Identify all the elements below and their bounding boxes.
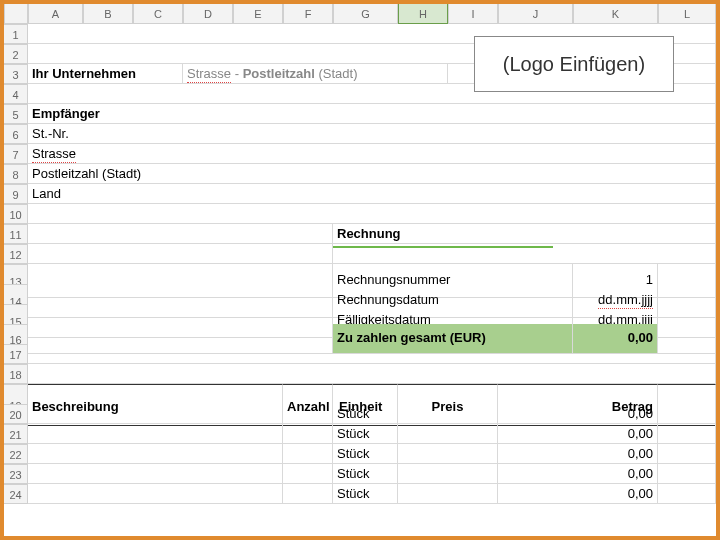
company-name[interactable]: Ihr Unternehmen [28, 64, 183, 84]
row-header-6[interactable]: 6 [4, 124, 28, 144]
postal-text: Postleitzahl [243, 66, 315, 81]
row-header-4[interactable]: 4 [4, 84, 28, 104]
cell[interactable] [333, 244, 716, 264]
row-header-9[interactable]: 9 [4, 184, 28, 204]
cell[interactable] [28, 344, 716, 364]
row-header-1[interactable]: 1 [4, 24, 28, 44]
table-row[interactable]: Stück [333, 484, 398, 504]
table-row[interactable]: Stück [333, 464, 398, 484]
table-row[interactable] [398, 464, 498, 484]
cell[interactable] [28, 224, 333, 244]
row-header-22[interactable]: 22 [4, 444, 28, 464]
recipient-country[interactable]: Land [28, 184, 716, 204]
cell[interactable] [658, 484, 716, 504]
row-header-23[interactable]: 23 [4, 464, 28, 484]
col-header-E[interactable]: E [233, 4, 283, 24]
cell[interactable] [658, 404, 716, 424]
row-header-21[interactable]: 21 [4, 424, 28, 444]
company-address[interactable]: Strasse - Postleitzahl (Stadt) [183, 64, 448, 84]
sep: - [231, 66, 243, 81]
table-row[interactable] [283, 484, 333, 504]
row-header-8[interactable]: 8 [4, 164, 28, 184]
divider [333, 246, 553, 248]
table-row[interactable]: Stück [333, 404, 398, 424]
invoice-title[interactable]: Rechnung [333, 224, 716, 244]
recipient-street[interactable]: Strasse [28, 144, 716, 164]
row-header-3[interactable]: 3 [4, 64, 28, 84]
row-header-20[interactable]: 20 [4, 404, 28, 424]
row-header-2[interactable]: 2 [4, 44, 28, 64]
col-header-A[interactable]: A [28, 4, 83, 24]
spreadsheet-grid[interactable]: A B C D E F G H I J K L 1 2 3 Ihr Untern… [4, 4, 716, 504]
row-header-24[interactable]: 24 [4, 484, 28, 504]
col-header-H[interactable]: H [398, 4, 448, 24]
logo-placeholder[interactable]: (Logo Einfügen) [474, 36, 674, 92]
table-row[interactable] [283, 424, 333, 444]
col-header-K[interactable]: K [573, 4, 658, 24]
street-text: Strasse [187, 66, 231, 83]
cell[interactable] [658, 464, 716, 484]
table-row[interactable] [28, 444, 283, 464]
table-row[interactable]: 0,00 [498, 464, 658, 484]
cell[interactable] [28, 244, 333, 264]
table-row[interactable] [398, 484, 498, 504]
table-row[interactable] [398, 424, 498, 444]
table-row[interactable]: 0,00 [498, 444, 658, 464]
row-header-17[interactable]: 17 [4, 344, 28, 364]
row-header-18[interactable]: 18 [4, 364, 28, 384]
col-header-L[interactable]: L [658, 4, 716, 24]
city-text: (Stadt) [315, 66, 358, 81]
table-row[interactable] [28, 484, 283, 504]
table-row[interactable] [283, 404, 333, 424]
cell[interactable] [28, 364, 716, 384]
recipient-taxno[interactable]: St.-Nr. [28, 124, 716, 144]
table-row[interactable] [283, 464, 333, 484]
cell[interactable] [658, 444, 716, 464]
corner-cell[interactable] [4, 4, 28, 24]
col-header-D[interactable]: D [183, 4, 233, 24]
table-row[interactable]: Stück [333, 444, 398, 464]
col-header-I[interactable]: I [448, 4, 498, 24]
table-row[interactable] [28, 404, 283, 424]
recipient-title[interactable]: Empfänger [28, 104, 716, 124]
table-row[interactable]: 0,00 [498, 424, 658, 444]
cell[interactable] [658, 424, 716, 444]
row-header-11[interactable]: 11 [4, 224, 28, 244]
table-row[interactable] [28, 464, 283, 484]
col-header-C[interactable]: C [133, 4, 183, 24]
table-row[interactable]: 0,00 [498, 484, 658, 504]
street-value: Strasse [32, 146, 76, 163]
col-header-J[interactable]: J [498, 4, 573, 24]
table-row[interactable] [28, 424, 283, 444]
row-header-7[interactable]: 7 [4, 144, 28, 164]
recipient-postal[interactable]: Postleitzahl (Stadt) [28, 164, 716, 184]
table-row[interactable]: Stück [333, 424, 398, 444]
col-header-B[interactable]: B [83, 4, 133, 24]
table-row[interactable] [398, 404, 498, 424]
table-row[interactable]: 0,00 [498, 404, 658, 424]
col-header-F[interactable]: F [283, 4, 333, 24]
table-row[interactable] [398, 444, 498, 464]
col-header-G[interactable]: G [333, 4, 398, 24]
row-header-10[interactable]: 10 [4, 204, 28, 224]
cell[interactable] [28, 204, 716, 224]
row-header-12[interactable]: 12 [4, 244, 28, 264]
table-row[interactable] [283, 444, 333, 464]
row-header-5[interactable]: 5 [4, 104, 28, 124]
